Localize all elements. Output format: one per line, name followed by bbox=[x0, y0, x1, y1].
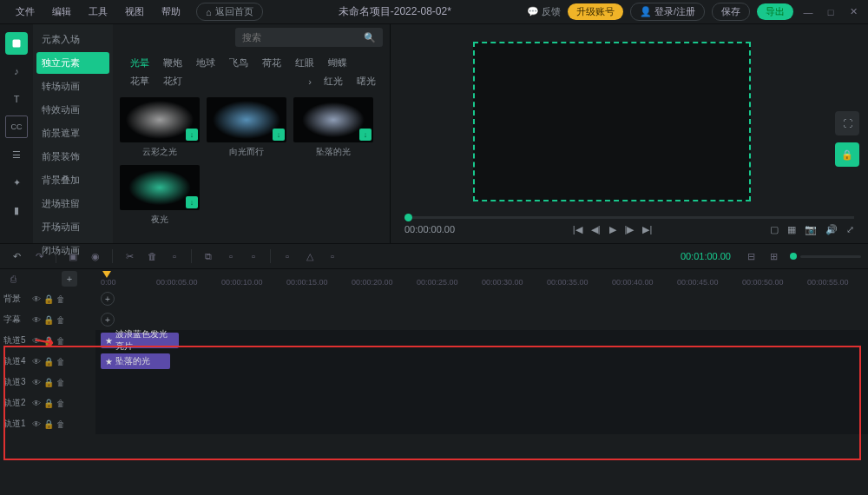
search-box[interactable]: 🔍 bbox=[235, 28, 383, 47]
save-button[interactable]: 保存 bbox=[712, 3, 750, 21]
clip-t4[interactable]: ★ 坠落的光 bbox=[101, 353, 170, 369]
lock-track-icon[interactable]: 🔒 bbox=[43, 357, 54, 366]
rail-folder-icon[interactable]: ▮ bbox=[5, 199, 28, 221]
menu-edit[interactable]: 编辑 bbox=[43, 5, 80, 18]
tool-crop-icon[interactable]: ⧉ bbox=[199, 247, 218, 266]
menu-view[interactable]: 视图 bbox=[116, 5, 153, 18]
cat-item-5[interactable]: 前景装饰 bbox=[33, 145, 113, 168]
menu-tools[interactable]: 工具 bbox=[80, 5, 116, 18]
subtab-7[interactable]: 花草 bbox=[123, 72, 156, 90]
add-track-button[interactable]: + bbox=[62, 271, 77, 287]
download-icon[interactable]: ↓ bbox=[186, 196, 198, 208]
tool-cut-icon[interactable]: ▣ bbox=[63, 247, 82, 266]
lock-icon[interactable]: 🔒 bbox=[835, 142, 859, 167]
play-icon[interactable]: ▶ bbox=[609, 224, 616, 235]
cat-item-4[interactable]: 前景遮罩 bbox=[33, 122, 113, 145]
lock-track-icon[interactable]: 🔒 bbox=[43, 294, 54, 304]
tool-b-icon[interactable]: ▫ bbox=[221, 247, 240, 266]
fit-screen-icon[interactable]: ⛶ bbox=[835, 111, 859, 135]
download-icon[interactable]: ↓ bbox=[359, 129, 372, 141]
rail-text-icon[interactable]: T bbox=[5, 88, 28, 110]
tool-a-icon[interactable]: ▫ bbox=[165, 247, 184, 266]
time-ruler[interactable]: 0:00 00:00:05.00 00:00:10.00 00:00:15.00… bbox=[95, 269, 868, 288]
grid-icon[interactable]: ▦ bbox=[787, 224, 796, 235]
visibility-icon[interactable]: 👁 bbox=[32, 419, 41, 429]
preview-scrubber[interactable] bbox=[404, 216, 854, 219]
asset-card-1[interactable]: ↓ 向光而行 bbox=[207, 97, 286, 158]
track-row-sub[interactable]: + bbox=[95, 309, 868, 330]
fullscreen-icon[interactable]: ⤢ bbox=[846, 224, 854, 235]
add-clip-icon[interactable]: + bbox=[101, 292, 115, 306]
track-row-2[interactable] bbox=[95, 393, 868, 413]
track-row-5[interactable]: ★ 波浪蓝色发光亮片 bbox=[95, 330, 868, 351]
clip-t5[interactable]: ★ 波浪蓝色发光亮片 bbox=[101, 333, 179, 348]
menu-file[interactable]: 文件 bbox=[7, 5, 43, 18]
maximize-icon[interactable]: □ bbox=[823, 7, 838, 17]
close-icon[interactable]: ✕ bbox=[845, 6, 861, 17]
tool-marker-icon[interactable]: ◉ bbox=[86, 247, 105, 266]
tool-d-icon[interactable]: ▫ bbox=[278, 247, 297, 266]
upgrade-button[interactable]: 升级账号 bbox=[568, 3, 623, 20]
visibility-icon[interactable]: 👁 bbox=[32, 315, 41, 325]
search-input[interactable] bbox=[242, 32, 364, 43]
visibility-icon[interactable]: 👁 bbox=[32, 399, 41, 408]
zoom-out-icon[interactable]: ⊟ bbox=[741, 247, 760, 266]
zoom-slider[interactable] bbox=[800, 255, 861, 258]
track-row-1[interactable] bbox=[95, 413, 868, 434]
menu-help[interactable]: 帮助 bbox=[153, 5, 189, 18]
tool-c-icon[interactable]: ▫ bbox=[244, 247, 263, 266]
download-icon[interactable]: ↓ bbox=[186, 129, 198, 141]
snapshot-icon[interactable]: 📷 bbox=[805, 224, 817, 235]
add-clip-icon[interactable]: + bbox=[101, 313, 115, 327]
track-row-3[interactable] bbox=[95, 372, 868, 393]
delete-track-icon[interactable]: 🗑 bbox=[56, 378, 65, 387]
visibility-icon[interactable]: 👁 bbox=[32, 378, 41, 387]
lock-track-icon[interactable]: 🔒 bbox=[43, 419, 54, 429]
lock-track-icon[interactable]: 🔒 bbox=[43, 399, 54, 408]
subtab-8[interactable]: 花灯 bbox=[156, 72, 189, 90]
track-row-bg[interactable]: + bbox=[95, 288, 868, 309]
rail-cc-icon[interactable]: CC bbox=[5, 116, 28, 138]
cat-item-2[interactable]: 转场动画 bbox=[33, 75, 113, 98]
subtab-0[interactable]: 光晕 bbox=[123, 54, 156, 72]
zoom-handle[interactable] bbox=[790, 253, 797, 260]
timeline-tracks[interactable]: 0:00 00:00:05.00 00:00:10.00 00:00:15.00… bbox=[95, 269, 868, 495]
track-row-4[interactable]: ★ 坠落的光 bbox=[95, 351, 868, 372]
delete-track-icon[interactable]: 🗑 bbox=[56, 357, 65, 366]
delete-track-icon[interactable]: 🗑 bbox=[56, 399, 65, 408]
tool-f-icon[interactable]: ▫ bbox=[323, 247, 342, 266]
tool-split-icon[interactable]: ✂ bbox=[120, 247, 139, 266]
asset-card-2[interactable]: ↓ 坠落的光 bbox=[293, 97, 373, 158]
redo-icon[interactable]: ↷ bbox=[30, 247, 49, 266]
display-icon[interactable]: ▢ bbox=[770, 224, 779, 235]
subtab-5[interactable]: 红眼 bbox=[288, 54, 321, 72]
subtab-10[interactable]: 曙光 bbox=[350, 72, 383, 90]
delete-track-icon[interactable]: 🗑 bbox=[56, 294, 65, 304]
visibility-icon[interactable]: 👁 bbox=[32, 357, 41, 366]
asset-card-0[interactable]: ↓ 云彩之光 bbox=[120, 97, 200, 158]
tool-delete-icon[interactable]: 🗑 bbox=[142, 247, 161, 266]
next-frame-icon[interactable]: ▶| bbox=[642, 224, 652, 235]
login-button[interactable]: 👤 登录/注册 bbox=[630, 3, 705, 21]
feedback-button[interactable]: 💬 反馈 bbox=[527, 5, 561, 18]
prev-frame-icon[interactable]: |◀ bbox=[573, 224, 582, 235]
subtab-9[interactable]: 红光 bbox=[317, 72, 350, 90]
subtab-2[interactable]: 地球 bbox=[189, 54, 222, 72]
minimize-icon[interactable]: — bbox=[800, 7, 816, 17]
cat-item-3[interactable]: 特效动画 bbox=[33, 98, 113, 122]
cat-item-0[interactable]: 元素入场 bbox=[33, 28, 113, 51]
cat-item-6[interactable]: 背景叠加 bbox=[33, 168, 113, 192]
search-icon[interactable]: 🔍 bbox=[364, 32, 376, 43]
rail-layers-icon[interactable]: ☰ bbox=[5, 143, 28, 166]
subtab-4[interactable]: 荷花 bbox=[255, 54, 288, 72]
subtab-3[interactable]: 飞鸟 bbox=[222, 54, 255, 72]
tool-e-icon[interactable]: △ bbox=[300, 247, 319, 266]
cat-item-7[interactable]: 进场驻留 bbox=[33, 192, 113, 215]
rail-extension-icon[interactable]: ✦ bbox=[5, 171, 28, 194]
delete-track-icon[interactable]: 🗑 bbox=[56, 315, 65, 325]
rail-audio-icon[interactable]: ♪ bbox=[5, 60, 28, 82]
export-button[interactable]: 导出 bbox=[757, 3, 793, 20]
cat-item-8[interactable]: 开场动画 bbox=[33, 215, 113, 239]
undo-icon[interactable]: ↶ bbox=[7, 247, 26, 266]
subtab-6[interactable]: 蝴蝶 bbox=[321, 54, 354, 72]
